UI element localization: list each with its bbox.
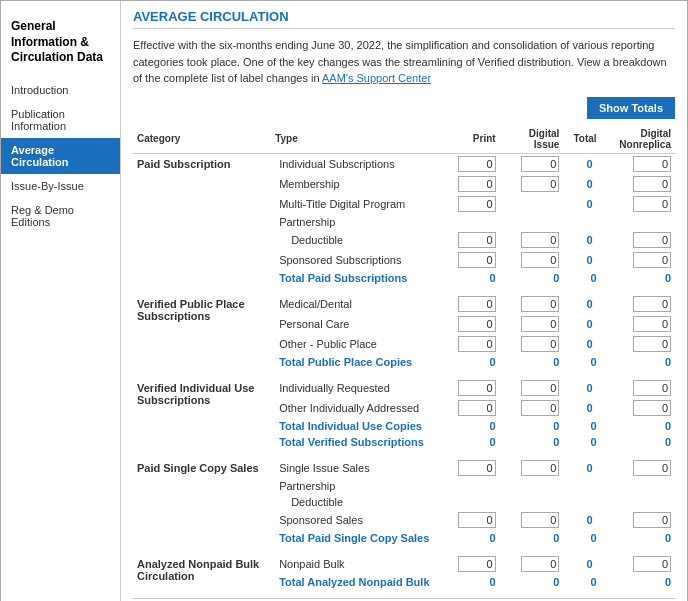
input-sponsored-sales-digital[interactable]	[521, 512, 559, 528]
support-link[interactable]: AAM's Support Center	[322, 72, 431, 84]
col-header-digital-nonreplica: Digital Nonreplica	[601, 125, 675, 154]
total-verified-print: 0	[441, 434, 499, 450]
description-text: Effective with the six-months ending Jun…	[133, 37, 675, 87]
page-title: AVERAGE CIRCULATION	[133, 9, 675, 29]
type-single-issue-sales: Single Issue Sales	[271, 458, 441, 478]
input-deductible-digital[interactable]	[521, 232, 559, 248]
sidebar-title: General Information & Circulation Data	[1, 11, 120, 78]
input-sponsored-sub-digital[interactable]	[521, 252, 559, 268]
type-single-copy-deductible: Deductible	[271, 494, 441, 510]
input-single-issue-digital[interactable]	[521, 460, 559, 476]
sidebar-item-average-circulation[interactable]: Average Circulation	[1, 138, 120, 174]
input-multi-nonreplica[interactable]	[633, 196, 671, 212]
input-sponsored-sales-print[interactable]	[458, 512, 496, 528]
section-public-place: Verified Public Place Subscriptions Medi…	[133, 294, 675, 314]
input-medical-print[interactable]	[458, 296, 496, 312]
input-medical-nonreplica[interactable]	[633, 296, 671, 312]
input-nonpaid-bulk-digital[interactable]	[521, 556, 559, 572]
input-other-individual-print[interactable]	[458, 400, 496, 416]
sidebar-item-reg-demo[interactable]: Reg & Demo Editions	[1, 198, 120, 234]
type-other-individually-addressed: Other Individually Addressed	[271, 398, 441, 418]
total-sponsored-sub: 0	[577, 254, 597, 266]
total-nonpaid-bulk-label: Total Analyzed Nonpaid Bulk	[271, 574, 441, 590]
input-membership-print[interactable]	[458, 176, 496, 192]
input-personal-digital[interactable]	[521, 316, 559, 332]
total-verified-digital: 0	[500, 434, 564, 450]
total-public-nonreplica: 0	[601, 354, 675, 370]
input-sponsored-sub-print[interactable]	[458, 252, 496, 268]
total-single-issue: 0	[577, 462, 597, 474]
total-public-total: 0	[563, 354, 600, 370]
total-personal: 0	[577, 318, 597, 330]
total-anb-total: 0	[563, 574, 600, 590]
total-individually-req: 0	[577, 382, 597, 394]
total-verified-subscriptions-label: Total Verified Subscriptions	[271, 434, 441, 450]
total-multi: 0	[577, 198, 597, 210]
input-paid-individual-digital[interactable]	[521, 156, 559, 172]
type-medical-dental: Medical/Dental	[271, 294, 441, 314]
input-membership-digital[interactable]	[521, 176, 559, 192]
show-totals-button[interactable]: Show Totals	[587, 97, 675, 119]
input-personal-nonreplica[interactable]	[633, 316, 671, 332]
total-psc-print: 0	[441, 530, 499, 546]
col-header-total: Total	[563, 125, 600, 154]
input-other-individual-digital[interactable]	[521, 400, 559, 416]
input-multi-print[interactable]	[458, 196, 496, 212]
input-single-issue-nonreplica[interactable]	[633, 460, 671, 476]
type-other-public-place: Other - Public Place	[271, 334, 441, 354]
input-medical-digital[interactable]	[521, 296, 559, 312]
total-paid-nonreplica: 0	[601, 270, 675, 286]
section-nonpaid-bulk: Analyzed Nonpaid Bulk Circulation Nonpai…	[133, 554, 675, 574]
section-individual-use: Verified Individual Use Subscriptions In…	[133, 378, 675, 398]
input-paid-individual-print[interactable]	[458, 156, 496, 172]
total-verified-nonreplica: 0	[601, 434, 675, 450]
total-anb-print: 0	[441, 574, 499, 590]
sidebar-item-issue-by-issue[interactable]: Issue-By-Issue	[1, 174, 120, 198]
total-paid-print: 0	[441, 270, 499, 286]
category-paid-subscription: Paid Subscription	[133, 153, 271, 294]
input-other-public-digital[interactable]	[521, 336, 559, 352]
input-individually-req-nonreplica[interactable]	[633, 380, 671, 396]
sidebar-item-introduction[interactable]: Introduction	[1, 78, 120, 102]
type-membership: Membership	[271, 174, 441, 194]
sidebar-item-publication-info[interactable]: Publication Information	[1, 102, 120, 138]
input-other-public-print[interactable]	[458, 336, 496, 352]
input-other-public-nonreplica[interactable]	[633, 336, 671, 352]
footer: Back Save Save & Continue	[133, 598, 675, 602]
input-paid-individual-nonreplica[interactable]	[633, 156, 671, 172]
input-sponsored-sales-nonreplica[interactable]	[633, 512, 671, 528]
input-personal-print[interactable]	[458, 316, 496, 332]
total-public-print: 0	[441, 354, 499, 370]
input-individually-req-digital[interactable]	[521, 380, 559, 396]
input-nonpaid-bulk-nonreplica[interactable]	[633, 556, 671, 572]
input-membership-nonreplica[interactable]	[633, 176, 671, 192]
total-paid-digital: 0	[500, 270, 564, 286]
circulation-table: Category Type Print Digital Issue Total …	[133, 125, 675, 590]
input-deductible-print[interactable]	[458, 232, 496, 248]
input-other-individual-nonreplica[interactable]	[633, 400, 671, 416]
category-nonpaid-bulk: Analyzed Nonpaid Bulk Circulation	[133, 554, 271, 590]
col-header-category: Category	[133, 125, 271, 154]
total-individual-use-label: Total Individual Use Copies	[271, 418, 441, 434]
total-public-digital: 0	[500, 354, 564, 370]
type-individual-subscriptions: Individual Subscriptions	[271, 153, 441, 174]
total-anb-nonreplica: 0	[601, 574, 675, 590]
input-single-issue-print[interactable]	[458, 460, 496, 476]
total-sponsored-sales: 0	[577, 514, 597, 526]
input-nonpaid-bulk-print[interactable]	[458, 556, 496, 572]
total-nonpaid-bulk: 0	[577, 558, 597, 570]
type-deductible: Deductible	[271, 230, 441, 250]
input-deductible-nonreplica[interactable]	[633, 232, 671, 248]
total-psc-total: 0	[563, 530, 600, 546]
total-indiv-use-digital: 0	[500, 418, 564, 434]
total-other-individual: 0	[577, 402, 597, 414]
type-single-copy-partnership: Partnership	[271, 478, 441, 494]
section-single-copy: Paid Single Copy Sales Single Issue Sale…	[133, 458, 675, 478]
col-header-print: Print	[441, 125, 499, 154]
total-psc-digital: 0	[500, 530, 564, 546]
col-header-digital-issue: Digital Issue	[500, 125, 564, 154]
total-other-public: 0	[577, 338, 597, 350]
input-individually-req-print[interactable]	[458, 380, 496, 396]
total-paid-individual: 0	[577, 158, 597, 170]
input-sponsored-sub-nonreplica[interactable]	[633, 252, 671, 268]
